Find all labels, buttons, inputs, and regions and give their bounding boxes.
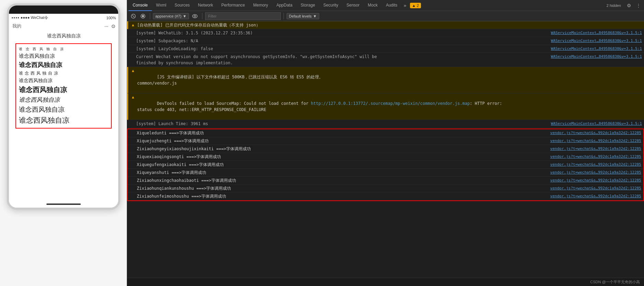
tab-sources[interactable]: Sources [170, 0, 194, 11]
level-select[interactable]: Default levels ▼ [287, 13, 319, 19]
filter-input[interactable] [205, 12, 281, 20]
phone-settings-icon[interactable]: ⊙ [111, 23, 115, 29]
level-dropdown-arrow-icon: ▼ [313, 14, 317, 18]
log-source-r4[interactable]: vendor.js?t=wechat&s…992dc1a9a32d2:12285 [547, 154, 641, 159]
font-line-0: 谁 念 西 风 独 自 凉 [19, 47, 108, 52]
stop-button[interactable] [139, 13, 147, 20]
log-content-1: [自动热重载] 已开启代码文件保存后自动热重载（不支持 json） [137, 22, 642, 28]
font-line-8: 谁念西风独自凉 [19, 116, 108, 125]
more-options-button[interactable]: ⋮ [634, 2, 643, 9]
log-source-r9[interactable]: vendor.js?t=wechat&s…992dc1a9a32d2:12285 [547, 193, 641, 198]
tab-bar-right: 2 hidden ⚙ ⋮ [607, 2, 643, 9]
phone-top-bar: 我的 ··· ⊙ [9, 22, 119, 31]
phone-content-area: 谁 念 西 风 独 自 凉 谁念西风独自凉 谁念西风独自凉 谁 念 西 风 独 … [9, 41, 118, 201]
log-row-system-2: [system] Subpackages: N/A WAServiceMainC… [127, 37, 644, 45]
settings-gear-button[interactable]: ⚙ [625, 2, 633, 9]
phone-dots: ●●●● [12, 16, 20, 19]
log-row-system-3: [system] LazyCodeLoading: false WAServic… [127, 45, 644, 53]
log-content-8: [system] Launch Time: 3961 ms [136, 121, 548, 127]
log-source-4[interactable]: WAServiceMainContext…849586830&v=3.1.5:1 [548, 46, 642, 51]
appservice-select[interactable]: appservice (#7) ▼ [153, 13, 189, 19]
console-toolbar: appservice (#7) ▼ Default levels ▼ [127, 11, 644, 21]
phone-menu-icon[interactable]: ··· [104, 23, 109, 29]
sourcemap-link[interactable]: http://127.0.0.1:13772/.sourcemap/mp-wei… [311, 101, 470, 106]
log-content-7: DevTools failed to load SourceMap: Could… [137, 94, 642, 119]
font-line-2: 谁念西风独自凉 [19, 61, 108, 69]
phone-back-label[interactable]: 我的 [12, 23, 21, 29]
log-content-r7: Zixiaohunxingchaohaibaoti ===>字体调用成功 [137, 177, 547, 184]
log-content-r5: Xiquegufengxiaokaiti ===>字体调用成功 [137, 162, 547, 168]
log-content-r2: Xiquejuzhengti ===>字体调用成功 [137, 138, 547, 144]
tab-appdata[interactable]: AppData [272, 0, 297, 11]
stop-icon [141, 14, 145, 19]
dropdown-arrow-icon: ▼ [183, 14, 187, 18]
font-line-6: 谁念西风独自凉 [19, 96, 108, 104]
log-source-r3[interactable]: vendor.js?t=wechat&s…992dc1a9a32d2:12285 [547, 146, 641, 151]
font-line-3: 谁 念 西 风 独 自 凉 [19, 70, 108, 76]
devtools-tab-bar: Console Wxml Sources Network Performance… [127, 0, 644, 11]
warning-badge[interactable]: ▲ 2 [410, 3, 421, 8]
log-content-3: [system] Subpackages: N/A [136, 38, 548, 44]
log-source-r6[interactable]: vendor.js?t=wechat&s…992dc1a9a32d2:12285 [547, 169, 641, 175]
phone-carrier: ●●●● WeChat令 [21, 15, 48, 20]
eye-button[interactable] [190, 13, 199, 19]
warning-icon-3: ▲ [130, 95, 136, 99]
tab-console[interactable]: Console [129, 0, 152, 11]
clear-console-button[interactable] [129, 13, 137, 20]
log-source-r7[interactable]: vendor.js?t=wechat&s…992dc1a9a32d2:12285 [547, 177, 641, 183]
log-row-range-3: Zixiaohungeyixiaoshoujixinkaiti ===>字体调用… [128, 145, 643, 153]
log-content-5: Current Wechat version do not support as… [136, 54, 548, 66]
eye-icon [192, 14, 198, 18]
devtools-panel: Console Wxml Sources Network Performance… [127, 0, 644, 286]
tab-audits[interactable]: Audits [382, 0, 401, 11]
phone-signal-area: ●●●● ●●●● WeChat令 [12, 15, 48, 20]
tab-security[interactable]: Security [319, 0, 342, 11]
tabs-more-button[interactable]: » [401, 1, 408, 10]
toolbar-separator-2 [202, 13, 202, 19]
log-content-r4: Xiquexiaoqingsongti ===>字体调用成功 [137, 154, 547, 160]
log-row-range-4: Xiquexiaoqingsongti ===>字体调用成功 vendor.js… [128, 153, 643, 161]
phone-page-title: 谁念西风独自凉 [9, 31, 119, 41]
log-row-range-8: Zixiaohunqiankunshoushu ===>字体调用成功 vendo… [128, 185, 643, 192]
log-row-launch-time: [system] Launch Time: 3961 ms WAServiceM… [127, 120, 644, 128]
log-row-warning-3: ▲ DevTools failed to load SourceMap: Cou… [127, 94, 644, 120]
log-content-r3: Zixiaohungeyixiaoshoujixinkaiti ===>字体调用… [137, 146, 547, 152]
phone-battery: 100% [106, 16, 116, 20]
tab-storage[interactable]: Storage [297, 0, 319, 11]
phone-frame: ●●●● ●●●● WeChat令 100% 我的 ··· ⊙ 谁念西风独自凉 … [7, 3, 120, 210]
log-source-2[interactable]: WAServiceMainContext…849586830&v=3.1.5:1 [548, 30, 642, 35]
home-indicator [46, 204, 81, 205]
log-row-warning-2: ▲ [JS 文件编译错误] 以下文件体积超过 500KB，已跳过压缩以及 ES6… [127, 67, 644, 94]
log-content-r8: Zixiaohunqiankunshoushu ===>字体调用成功 [137, 185, 547, 191]
warning-icon-2: ▲ [130, 68, 136, 73]
log-row-range-7: Zixiaohunxingchaohaibaoti ===>字体调用成功 ven… [128, 177, 643, 185]
log-source-r1[interactable]: vendor.js?t=wechat&s…992dc1a9a32d2:12285 [547, 130, 641, 135]
status-bar: CSDN @一个平平无奇的小高 [127, 278, 644, 286]
tab-wxml[interactable]: Wxml [152, 0, 170, 11]
tab-mock[interactable]: Mock [364, 0, 382, 11]
log-source-3[interactable]: WAServiceMainContext…849586830&v=3.1.5:1 [548, 38, 642, 43]
toolbar-separator-1 [150, 13, 150, 19]
phone-notch [46, 3, 81, 11]
log-source-r2[interactable]: vendor.js?t=wechat&s…992dc1a9a32d2:12285 [547, 138, 641, 143]
log-source-r8[interactable]: vendor.js?t=wechat&s…992dc1a9a32d2:12285 [547, 185, 641, 190]
tab-performance[interactable]: Performance [217, 0, 249, 11]
log-source-r5[interactable]: vendor.js?t=wechat&s…992dc1a9a32d2:12285 [547, 162, 641, 167]
log-row-system-4: Current Wechat version do not support as… [127, 53, 644, 67]
log-content-r1: Xiqueledunti ===>字体调用成功 [137, 130, 547, 136]
tab-network[interactable]: Network [194, 0, 217, 11]
svg-point-5 [194, 15, 196, 17]
phone-top-icons: ··· ⊙ [104, 23, 115, 29]
warning-icon-1: ▲ [130, 23, 136, 27]
log-content-4: [system] LazyCodeLoading: false [136, 46, 548, 52]
log-content-r9: Zixiaohunfeimoshoushu ===>字体调用成功 [137, 193, 547, 199]
tab-memory[interactable]: Memory [249, 0, 272, 11]
font-log-range: Xiqueledunti ===>字体调用成功 vendor.js?t=wech… [127, 129, 644, 201]
log-source-8[interactable]: WAServiceMainContext…849586830&v=3.1.5:1 [548, 121, 642, 126]
font-line-1: 谁念西风独自凉 [19, 53, 108, 59]
svg-rect-3 [142, 15, 144, 17]
tab-sensor[interactable]: Sensor [342, 0, 364, 11]
font-line-7: 谁念西风独自凉 [19, 105, 108, 114]
log-row-range-1: Xiqueledunti ===>字体调用成功 vendor.js?t=wech… [128, 129, 643, 137]
log-source-5[interactable]: WAServiceMainContext…849586830&v=3.1.5:1 [548, 54, 642, 59]
